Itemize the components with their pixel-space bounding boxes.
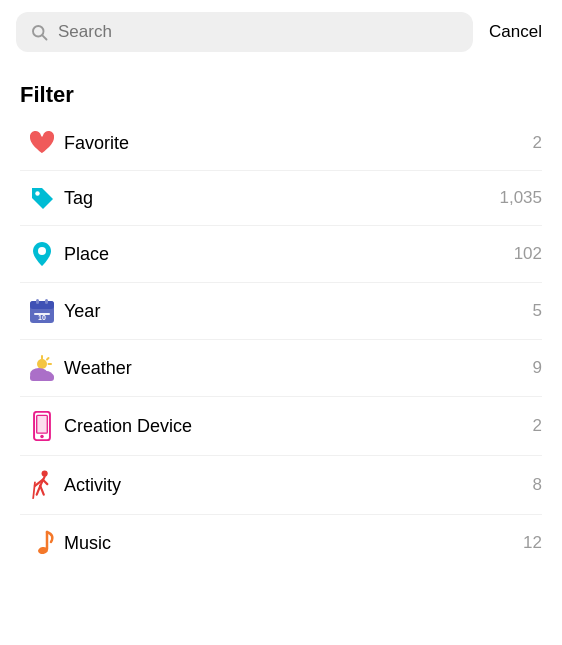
activity-count: 8 (533, 475, 542, 495)
music-icon-wrap (20, 529, 64, 557)
tag-icon-wrap (20, 185, 64, 211)
top-bar: Cancel (0, 0, 562, 64)
weather-count: 9 (533, 358, 542, 378)
search-box[interactable] (16, 12, 473, 52)
filter-item-activity[interactable]: Activity 8 (20, 456, 542, 515)
filter-item-tag[interactable]: Tag 1,035 (20, 171, 542, 226)
favorite-count: 2 (533, 133, 542, 153)
search-input[interactable] (58, 22, 459, 42)
search-icon (30, 23, 48, 41)
svg-line-28 (43, 480, 47, 484)
activity-icon-wrap (20, 470, 64, 500)
tag-icon (29, 185, 55, 211)
place-icon (30, 240, 54, 268)
place-label: Place (64, 244, 506, 265)
svg-text:10: 10 (38, 314, 46, 321)
svg-line-25 (40, 486, 44, 495)
favorite-icon-wrap (20, 130, 64, 156)
favorite-label: Favorite (64, 133, 525, 154)
device-icon (31, 411, 53, 441)
svg-line-27 (33, 482, 35, 498)
cancel-button[interactable]: Cancel (485, 22, 546, 42)
creation-device-count: 2 (533, 416, 542, 436)
filter-section: Filter Favorite 2 Tag 1,035 (0, 64, 562, 581)
filter-item-place[interactable]: Place 102 (20, 226, 542, 283)
filter-item-creation-device[interactable]: Creation Device 2 (20, 397, 542, 456)
svg-rect-6 (36, 299, 39, 304)
music-label: Music (64, 533, 515, 554)
svg-rect-19 (37, 415, 48, 433)
svg-rect-5 (30, 301, 54, 309)
weather-icon (26, 354, 58, 382)
svg-point-2 (35, 191, 39, 195)
place-icon-wrap (20, 240, 64, 268)
svg-point-10 (37, 359, 47, 369)
svg-point-3 (38, 247, 46, 255)
device-icon-wrap (20, 411, 64, 441)
weather-icon-wrap (20, 354, 64, 382)
year-label: Year (64, 301, 525, 322)
tag-label: Tag (64, 188, 491, 209)
music-icon (29, 529, 55, 557)
svg-rect-17 (30, 374, 54, 381)
svg-line-1 (42, 35, 46, 39)
filter-item-favorite[interactable]: Favorite 2 (20, 116, 542, 171)
filter-list: Favorite 2 Tag 1,035 Place 102 (20, 116, 542, 571)
filter-item-weather[interactable]: Weather 9 (20, 340, 542, 397)
filter-item-year[interactable]: 10 Year 5 (20, 283, 542, 340)
place-count: 102 (514, 244, 542, 264)
filter-title: Filter (20, 82, 542, 108)
tag-count: 1,035 (499, 188, 542, 208)
music-count: 12 (523, 533, 542, 553)
svg-line-12 (47, 358, 49, 360)
svg-point-21 (40, 435, 44, 439)
filter-item-music[interactable]: Music 12 (20, 515, 542, 571)
activity-label: Activity (64, 475, 525, 496)
year-icon-wrap: 10 (20, 297, 64, 325)
heart-icon (28, 130, 56, 156)
svg-rect-7 (45, 299, 48, 304)
activity-icon (28, 470, 56, 500)
year-count: 5 (533, 301, 542, 321)
weather-label: Weather (64, 358, 525, 379)
creation-device-label: Creation Device (64, 416, 525, 437)
calendar-icon: 10 (28, 297, 56, 325)
